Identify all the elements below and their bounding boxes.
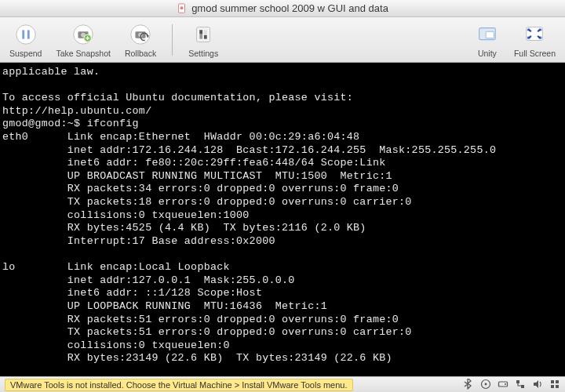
toolbar: Suspend Take Snapshot xyxy=(0,17,565,63)
svg-rect-26 xyxy=(551,380,554,383)
svg-point-23 xyxy=(505,383,506,385)
window-title: gmod summer school 2009 w GUI and data xyxy=(191,2,388,14)
snapshot-label: Take Snapshot xyxy=(56,49,110,58)
unity-button[interactable]: Unity xyxy=(472,20,503,60)
svg-rect-27 xyxy=(556,380,559,383)
svg-point-1 xyxy=(180,6,184,9)
pause-icon xyxy=(13,22,38,47)
rollback-icon xyxy=(128,22,153,47)
window-titlebar: gmod summer school 2009 w GUI and data xyxy=(0,0,565,17)
svg-rect-18 xyxy=(486,31,494,38)
vmware-tools-warning[interactable]: VMware Tools is not installed. Choose th… xyxy=(5,379,353,391)
svg-rect-12 xyxy=(197,27,210,42)
settings-label: Settings xyxy=(188,49,218,58)
bluetooth-icon[interactable] xyxy=(463,379,474,391)
settings-icon xyxy=(191,22,216,47)
grid-icon[interactable] xyxy=(549,379,560,391)
toolbar-separator xyxy=(172,24,173,56)
rollback-label: Rollback xyxy=(125,49,156,58)
svg-rect-29 xyxy=(556,385,559,388)
unity-label: Unity xyxy=(478,49,497,58)
unity-icon xyxy=(475,22,500,47)
status-icons xyxy=(463,379,560,391)
fullscreen-icon xyxy=(522,22,547,47)
svg-rect-28 xyxy=(551,385,554,388)
network-icon[interactable] xyxy=(515,379,526,391)
svg-rect-15 xyxy=(199,30,202,34)
svg-point-2 xyxy=(16,24,35,43)
svg-rect-4 xyxy=(27,30,30,38)
terminal-output[interactable]: applicable law. To access official Ubunt… xyxy=(0,63,565,376)
fullscreen-label: Full Screen xyxy=(514,49,556,58)
suspend-label: Suspend xyxy=(9,49,42,58)
fullscreen-button[interactable]: Full Screen xyxy=(511,20,559,60)
svg-rect-16 xyxy=(204,34,207,38)
settings-button[interactable]: Settings xyxy=(185,20,221,60)
disc-icon[interactable] xyxy=(480,379,491,391)
rollback-button[interactable]: Rollback xyxy=(122,20,159,60)
sound-icon[interactable] xyxy=(532,379,543,391)
document-icon xyxy=(177,3,188,14)
suspend-button[interactable]: Suspend xyxy=(6,20,45,60)
svg-point-21 xyxy=(485,383,487,385)
snapshot-button[interactable]: Take Snapshot xyxy=(53,20,113,60)
svg-rect-25 xyxy=(521,385,524,388)
svg-rect-24 xyxy=(516,380,519,383)
svg-rect-3 xyxy=(22,30,24,38)
status-bar: VMware Tools is not installed. Choose th… xyxy=(0,376,565,392)
drive-icon[interactable] xyxy=(498,379,508,391)
camera-icon xyxy=(71,22,96,47)
